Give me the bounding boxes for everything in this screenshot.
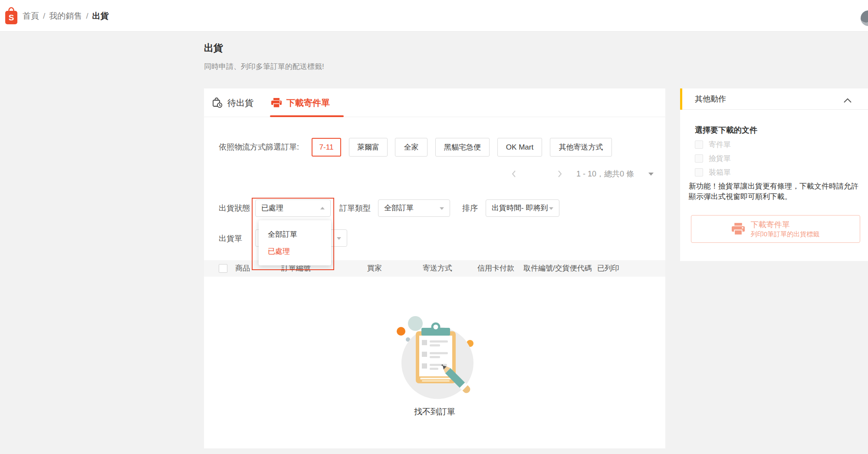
empty-state-illustration — [393, 313, 480, 407]
chevron-left-icon — [509, 168, 520, 180]
tab-to-ship[interactable]: 待出貨 — [212, 88, 253, 117]
status-select-value: 已處理 — [261, 204, 283, 212]
breadcrumb-separator: / — [43, 11, 45, 21]
shopee-bag-icon: S — [4, 7, 18, 25]
sort-select[interactable]: 出貨時間- 即將到 — [486, 199, 559, 217]
pagination-size-caret-icon[interactable] — [648, 173, 654, 176]
select-all-checkbox[interactable] — [219, 264, 227, 273]
chevron-up-icon — [844, 98, 852, 103]
column-credit-card-payment: 信用卡付款 — [477, 260, 514, 277]
tab-download-label: 下載寄件單 — [286, 97, 330, 109]
column-printed: 已列印 — [597, 260, 619, 277]
printer-icon — [271, 98, 282, 108]
logistics-option-familymart[interactable]: 全家 — [395, 138, 427, 157]
printer-icon — [732, 223, 745, 235]
shopee-logo[interactable]: S — [4, 7, 18, 25]
picking-list-label: 撿貨單 — [709, 154, 731, 163]
sort-filter-label: 排序 — [462, 199, 478, 217]
pagination-summary: 1 - 10，總共0 條 — [576, 167, 634, 181]
column-product: 商品 — [235, 260, 250, 277]
caret-down-icon — [440, 207, 444, 210]
order-type-filter-label: 訂單類型 — [339, 199, 371, 217]
logistics-option-blackcat[interactable]: 黑貓宅急便 — [435, 138, 490, 157]
doc-option-waybill: 寄件單 — [695, 139, 731, 150]
logistics-option-7-11[interactable]: 7-11 — [312, 138, 341, 157]
panel-accent-bar — [680, 88, 682, 110]
breadcrumb-my-sales[interactable]: 我的銷售 — [49, 10, 82, 22]
tab-to-ship-label: 待出貨 — [227, 97, 253, 109]
column-pickup-code: 取件編號/交貨便代碼 — [523, 260, 592, 277]
sort-select-value: 出貨時間- 即將到 — [492, 204, 548, 212]
page-subtitle: 同時申請、列印多筆訂單的配送標籤! — [204, 62, 324, 72]
active-tab-underline — [270, 115, 344, 117]
packing-list-checkbox[interactable] — [695, 168, 703, 176]
page-title: 出貨 — [204, 42, 223, 55]
shipment-card: 待出貨 下載寄件單 依照物流方式篩選訂單: 7-11 萊爾富 全家 黑貓宅急便 … — [204, 88, 665, 448]
top-header: S 首頁 / 我的銷售 / 出貨 — [0, 0, 868, 32]
shipping-doc-label: 出貨單 — [219, 229, 242, 248]
tab-download-waybill[interactable]: 下載寄件單 — [271, 88, 330, 117]
status-option-all-orders[interactable]: 全部訂單 — [259, 226, 331, 243]
logistics-option-other[interactable]: 其他寄送方式 — [550, 138, 612, 157]
download-docs-section-title: 選擇要下載的文件 — [695, 125, 757, 135]
download-button-text: 下載寄件單 列印0筆訂單的出貨標籤 — [751, 219, 819, 238]
feature-note: 新功能！撿貨單讓出貨更有條理，下載文件時請允許顯示彈出式視窗即可順利下載。 — [689, 181, 864, 202]
order-type-select[interactable]: 全部訂單 — [378, 199, 450, 217]
doc-option-packing-list: 裝箱單 — [695, 167, 731, 178]
package-clock-icon — [212, 97, 223, 108]
logistics-option-hilife[interactable]: 萊爾富 — [349, 138, 388, 157]
download-button-subtitle: 列印0筆訂單的出貨標籤 — [751, 230, 819, 238]
status-select[interactable]: 已處理 — [255, 199, 331, 217]
svg-text:S: S — [9, 13, 14, 22]
collapse-panel-button[interactable] — [844, 97, 852, 105]
caret-up-icon — [320, 207, 325, 209]
empty-state-message: 找不到訂單 — [204, 406, 665, 418]
breadcrumb: 首頁 / 我的銷售 / 出貨 — [23, 0, 109, 32]
packing-list-label: 裝箱單 — [709, 167, 731, 177]
other-actions-header[interactable]: 其他動作 — [680, 88, 868, 110]
page: S 首頁 / 我的銷售 / 出貨 出貨 同時申請、列印多筆訂單的配送標籤! — [0, 0, 868, 454]
doc-option-picking-list: 撿貨單 — [695, 153, 731, 164]
download-button-title: 下載寄件單 — [751, 219, 790, 230]
other-actions-panel: 其他動作 選擇要下載的文件 寄件單 撿貨單 裝箱單 新功能！撿貨單讓出貨更有條理… — [680, 88, 868, 261]
waybill-label: 寄件單 — [709, 140, 731, 150]
breadcrumb-separator: / — [86, 11, 88, 21]
status-filter-label: 出貨狀態 — [219, 199, 250, 217]
clipboard-pencil-icon — [393, 313, 480, 405]
column-buyer: 買家 — [367, 260, 382, 277]
caret-down-icon — [337, 237, 341, 240]
status-option-processed[interactable]: 已處理 — [259, 243, 331, 260]
pagination-next-button[interactable] — [554, 168, 565, 180]
chevron-right-icon — [554, 168, 565, 180]
status-dropdown-menu: 全部訂單 已處理 — [259, 220, 331, 265]
other-actions-title: 其他動作 — [695, 88, 726, 110]
column-shipping-method: 寄送方式 — [423, 260, 452, 277]
waybill-checkbox[interactable] — [695, 140, 703, 149]
logistics-option-okmart[interactable]: OK Mart — [497, 138, 542, 157]
breadcrumb-home[interactable]: 首頁 — [23, 10, 39, 22]
download-waybill-button[interactable]: 下載寄件單 列印0筆訂單的出貨標籤 — [691, 215, 860, 243]
user-avatar[interactable] — [861, 10, 868, 26]
breadcrumb-current: 出貨 — [92, 10, 109, 22]
pagination-prev-button[interactable] — [509, 168, 520, 180]
logistics-filter-label: 依照物流方式篩選訂單: — [219, 138, 299, 157]
picking-list-checkbox[interactable] — [695, 154, 703, 163]
caret-down-icon — [549, 207, 553, 210]
tab-bar: 待出貨 下載寄件單 — [204, 88, 665, 117]
order-type-select-value: 全部訂單 — [384, 204, 414, 212]
